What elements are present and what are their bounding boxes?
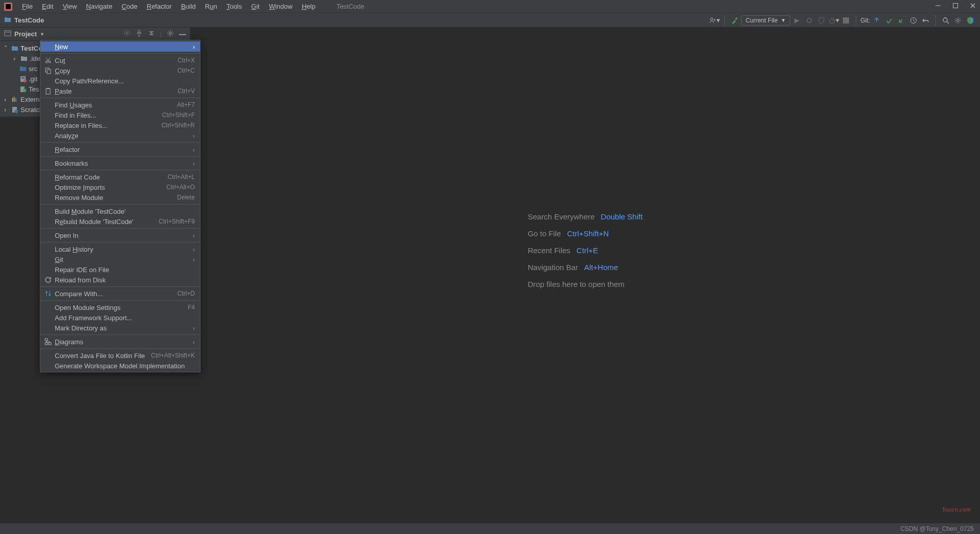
run-config-selector[interactable]: Current File ▼ (741, 15, 791, 26)
chevron-down-icon[interactable]: ▼ (40, 32, 44, 37)
context-menu-item[interactable]: Copy Path/Reference... (40, 76, 200, 86)
push-icon[interactable] (896, 15, 907, 26)
menu-item-label: Find in Files... (53, 112, 162, 119)
copy-icon (43, 67, 53, 74)
avatar-icon[interactable] (965, 15, 976, 26)
menu-refactor[interactable]: Refactor (142, 3, 176, 10)
context-menu-item[interactable]: PasteCtrl+V (40, 86, 200, 96)
run-icon[interactable]: ▶ (791, 15, 803, 26)
settings-icon[interactable] (952, 15, 964, 26)
context-menu-item[interactable]: Remove ModuleDelete (40, 192, 200, 203)
context-menu-item[interactable]: Git› (40, 254, 200, 264)
svg-point-17 (169, 32, 171, 34)
context-menu-item[interactable]: Optimize ImportsCtrl+Alt+O (40, 182, 200, 192)
menu-file[interactable]: File (17, 3, 37, 10)
context-menu-item[interactable]: Mark Directory as› (40, 323, 200, 333)
project-tool-header: Project ▼ | — (0, 28, 190, 41)
context-menu-item[interactable]: Replace in Files...Ctrl+Shift+R (40, 120, 200, 130)
context-menu-item[interactable]: Convert Java File to Kotlin FileCtrl+Alt… (40, 350, 200, 361)
menu-shortcut: Delete (177, 194, 195, 201)
svg-point-16 (126, 32, 128, 34)
context-menu-item[interactable]: Repair IDE on File (40, 264, 200, 275)
toolbar-right: ▾ Current File ▼ ▶ ▾ Git: (709, 15, 976, 26)
menu-build[interactable]: Build (176, 3, 201, 10)
menu-item-label: Copy (53, 67, 177, 75)
menu-separator (40, 348, 200, 349)
cut-icon (43, 57, 53, 64)
editor-area[interactable]: Search EverywhereDouble ShiftGo to FileC… (190, 28, 980, 534)
history-icon[interactable] (908, 15, 919, 26)
context-menu-item[interactable]: Bookmarks› (40, 158, 200, 168)
close-button[interactable] (970, 3, 976, 10)
context-menu-item[interactable]: New› (40, 41, 200, 52)
menu-edit[interactable]: Edit (37, 3, 58, 10)
menu-navigate[interactable]: Navigate (81, 3, 117, 10)
menu-separator (40, 53, 200, 54)
menu-tools[interactable]: Tools (222, 3, 247, 10)
menu-help[interactable]: Help (297, 3, 320, 10)
context-menu-item[interactable]: Analyze› (40, 130, 200, 141)
project-window-icon (4, 30, 11, 38)
chevron-down-icon: ˅ (4, 44, 9, 52)
chevron-right-icon: › (4, 96, 9, 103)
menu-item-label: Reformat Code (53, 173, 168, 181)
context-menu-item[interactable]: Rebuild Module 'TestCode'Ctrl+Shift+F9 (40, 216, 200, 227)
minimize-button[interactable] (935, 3, 941, 10)
context-menu-item[interactable]: Find in Files...Ctrl+Shift+F (40, 110, 200, 120)
commit-icon[interactable] (883, 15, 895, 26)
svg-rect-1 (6, 4, 11, 9)
project-tool-title[interactable]: Project (14, 30, 37, 38)
menu-run[interactable]: Run (201, 3, 222, 10)
search-everywhere-icon[interactable] (940, 15, 951, 26)
menu-item-label: Replace in Files... (53, 122, 162, 129)
menu-view[interactable]: View (58, 3, 81, 10)
context-menu-item[interactable]: Diagrams› (40, 337, 200, 347)
stop-icon[interactable] (840, 15, 852, 26)
svg-rect-32 (47, 70, 51, 74)
update-project-icon[interactable] (871, 15, 882, 26)
svg-rect-13 (5, 31, 11, 36)
svg-rect-36 (49, 343, 51, 345)
context-menu-item[interactable]: Refactor› (40, 144, 200, 154)
select-opened-icon[interactable] (123, 30, 130, 38)
context-menu-item[interactable]: CopyCtrl+C (40, 65, 200, 76)
rollback-icon[interactable] (920, 15, 931, 26)
maximize-button[interactable] (952, 3, 959, 10)
breadcrumb[interactable]: TestCode (4, 16, 44, 25)
menu-item-label: Copy Path/Reference... (53, 77, 195, 85)
menu-git[interactable]: Git (247, 3, 264, 10)
submenu-arrow-icon: › (193, 338, 195, 346)
context-menu-item[interactable]: Build Module 'TestCode' (40, 206, 200, 216)
context-menu-item[interactable]: Open In› (40, 230, 200, 240)
menu-window[interactable]: Window (264, 3, 297, 10)
git-label: Git: (860, 17, 870, 24)
context-menu-item[interactable]: Local History› (40, 244, 200, 254)
hide-icon[interactable]: — (179, 30, 186, 38)
submenu-arrow-icon: › (193, 232, 195, 239)
context-menu-item[interactable]: Find UsagesAlt+F7 (40, 100, 200, 110)
add-user-icon[interactable]: ▾ (709, 15, 720, 26)
menu-code[interactable]: Code (117, 3, 142, 10)
menu-shortcut: Ctrl+Alt+O (166, 184, 195, 191)
debug-icon[interactable] (804, 15, 815, 26)
context-menu-item[interactable]: Open Module SettingsF4 (40, 302, 200, 313)
menu-item-label: Cut (53, 57, 177, 64)
context-menu-item[interactable]: Add Framework Support... (40, 313, 200, 323)
expand-all-icon[interactable] (136, 30, 143, 38)
context-menu-item[interactable]: Compare With...Ctrl+D (40, 288, 200, 299)
submenu-arrow-icon: › (193, 246, 195, 253)
context-menu-item[interactable]: Generate Workspace Model Implementation (40, 361, 200, 371)
collapse-all-icon[interactable] (148, 30, 155, 38)
menu-item-label: Paste (53, 87, 177, 95)
profiler-icon[interactable]: ▾ (828, 15, 839, 26)
context-menu-item[interactable]: Reload from Disk (40, 275, 200, 285)
context-menu-item[interactable]: CutCtrl+X (40, 55, 200, 65)
menu-item-label: Bookmarks (53, 160, 193, 167)
title-bar: FileEditViewNavigateCodeRefactorBuildRun… (0, 0, 980, 13)
hammer-icon[interactable] (729, 15, 740, 26)
menu-separator (40, 242, 200, 242)
coverage-icon[interactable] (816, 15, 827, 26)
svg-rect-23 (23, 89, 26, 92)
gear-icon[interactable] (167, 30, 174, 38)
context-menu-item[interactable]: Reformat CodeCtrl+Alt+L (40, 172, 200, 182)
